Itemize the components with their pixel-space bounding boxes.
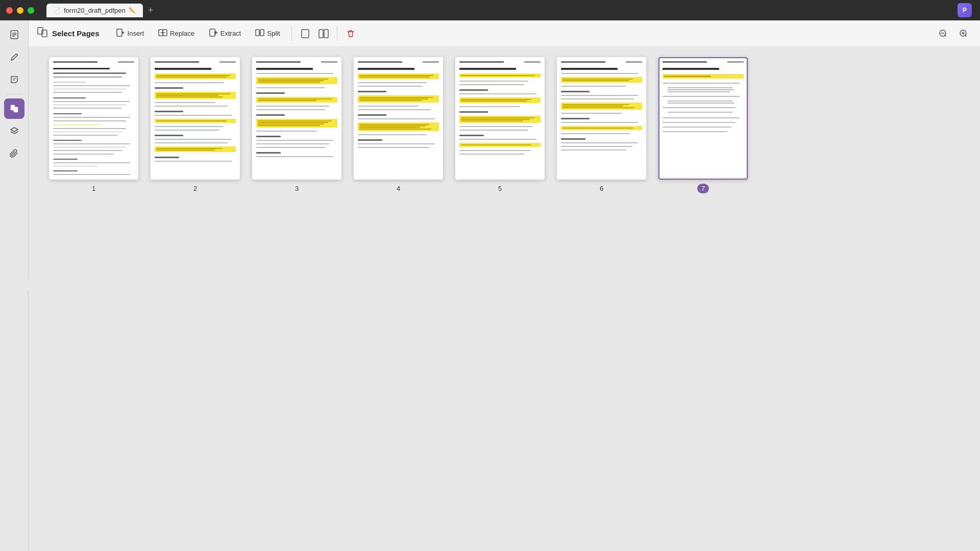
sidebar-item-layers[interactable] <box>4 121 24 141</box>
titlebar: 📄 form20_draft_pdfpen ✏️ + P <box>0 0 980 20</box>
view-double-button[interactable] <box>315 26 332 42</box>
page-thumb-wrap-2: 2 <box>151 57 240 193</box>
svg-rect-7 <box>14 107 18 112</box>
new-tab-button[interactable]: + <box>145 5 157 16</box>
svg-rect-14 <box>256 30 259 36</box>
split-icon <box>255 28 264 39</box>
page-thumb-wrap-5: 5 <box>455 57 545 193</box>
main-column: Select Pages Insert Replace Extract <box>29 20 980 551</box>
sidebar-item-pages[interactable] <box>4 98 24 119</box>
tab-form20[interactable]: 📄 form20_draft_pdfpen ✏️ <box>46 4 143 17</box>
view-single-button[interactable] <box>297 26 313 42</box>
page-thumbnail-4[interactable] <box>354 57 443 180</box>
page-thumbnail-3[interactable] <box>252 57 341 180</box>
titlebar-right: P <box>958 3 972 17</box>
close-button[interactable] <box>6 7 13 14</box>
svg-rect-18 <box>324 30 328 38</box>
sidebar: ‹ <box>0 20 29 551</box>
tab-area: 📄 form20_draft_pdfpen ✏️ + <box>46 4 156 17</box>
extract-icon <box>209 28 218 39</box>
delete-button[interactable] <box>342 26 359 42</box>
tab-label: form20_draft_pdfpen <box>64 7 126 14</box>
replace-icon <box>158 28 167 39</box>
sidebar-item-attachments[interactable] <box>4 143 24 164</box>
page-number-2: 2 <box>189 184 201 193</box>
pages-grid: 1 <box>49 57 960 214</box>
sidebar-item-notes[interactable] <box>4 69 24 90</box>
svg-rect-17 <box>319 30 323 38</box>
sidebar-item-annotations[interactable] <box>4 47 24 67</box>
pages-icon <box>37 27 48 40</box>
page-thumbnail-1[interactable] <box>49 57 138 180</box>
page-thumbnail-2[interactable] <box>151 57 240 180</box>
page-thumb-wrap-3: 3 <box>252 57 341 193</box>
page-number-4: 4 <box>393 184 404 193</box>
maximize-button[interactable] <box>28 7 34 14</box>
extract-label: Extract <box>220 30 241 37</box>
toolbar-separator-1 <box>291 27 292 41</box>
content-area: 1 <box>29 47 980 551</box>
page-thumb-wrap-1: 1 <box>49 57 138 193</box>
toolbar-title: Select Pages <box>52 29 100 38</box>
zoom-out-button[interactable] <box>935 26 951 42</box>
svg-rect-10 <box>117 29 122 36</box>
app-logo: P <box>958 3 972 17</box>
svg-rect-16 <box>302 30 309 38</box>
page-thumb-wrap-6: 6 <box>557 57 646 193</box>
app-body: ‹ Select Pages Insert Replace <box>0 20 980 551</box>
split-label: Split <box>267 30 280 37</box>
page-number-5: 5 <box>494 184 506 193</box>
toolbar-separator-2 <box>337 27 337 41</box>
page-thumb-wrap-7: 7 <box>658 57 748 193</box>
page-thumb-wrap-4: 4 <box>354 57 443 193</box>
minimize-button[interactable] <box>17 7 23 14</box>
page-thumbnail-7[interactable] <box>658 57 748 180</box>
select-pages-label-group: Select Pages <box>37 27 100 40</box>
sidebar-divider <box>6 94 22 94</box>
page-thumbnail-5[interactable] <box>455 57 545 180</box>
replace-label: Replace <box>170 30 194 37</box>
tab-doc-icon: 📄 <box>54 7 61 14</box>
split-button[interactable]: Split <box>249 25 286 42</box>
replace-button[interactable]: Replace <box>152 25 201 42</box>
insert-button[interactable]: Insert <box>110 25 151 42</box>
zoom-in-button[interactable] <box>955 26 972 42</box>
insert-label: Insert <box>128 30 144 37</box>
svg-rect-15 <box>260 30 264 36</box>
insert-icon <box>116 28 125 39</box>
toolbar-right <box>935 26 972 42</box>
toolbar: Select Pages Insert Replace Extract <box>29 20 980 47</box>
page-thumbnail-6[interactable] <box>557 57 646 180</box>
page-number-3: 3 <box>291 184 303 193</box>
sidebar-item-bookmarks[interactable] <box>4 24 24 45</box>
page-number-1: 1 <box>88 184 100 193</box>
tab-edit-icon: ✏️ <box>129 7 136 14</box>
page-number-6: 6 <box>596 184 607 193</box>
page-number-7: 7 <box>697 184 709 193</box>
extract-button[interactable]: Extract <box>203 25 247 42</box>
